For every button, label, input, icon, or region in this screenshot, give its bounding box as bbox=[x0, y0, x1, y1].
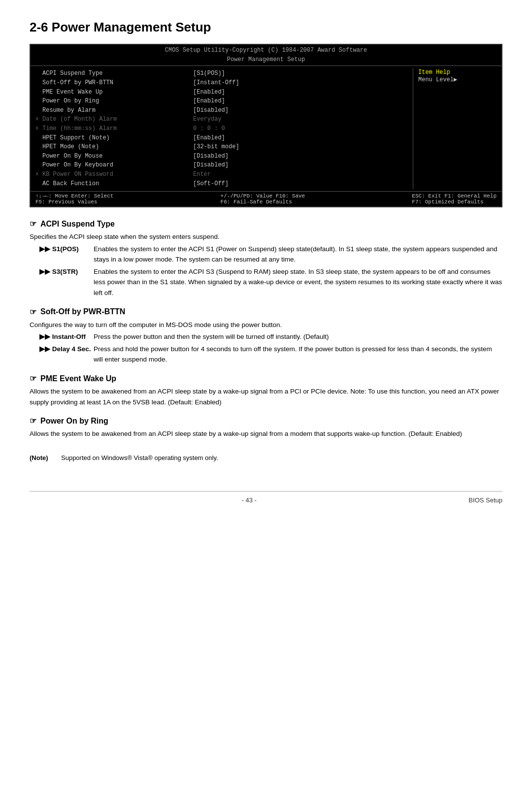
bios-row-label-4: Resume by Alarm bbox=[42, 106, 183, 115]
bios-row-mid-4: [Disabled] bbox=[193, 106, 408, 115]
section-title-acpi: ☞ACPI Suspend Type bbox=[30, 219, 502, 229]
bios-row-mid-3: [Enabled] bbox=[193, 97, 408, 106]
section-pme: ☞PME Event Wake UpAllows the system to b… bbox=[30, 374, 502, 407]
section-icon-softoff: ☞ bbox=[30, 307, 36, 317]
bios-row-left-10: Power On By Keyboard bbox=[35, 161, 183, 170]
bios-row-x-1 bbox=[35, 78, 42, 88]
bios-footer-line1-left: ↑↓→←: Move Enter: Select bbox=[35, 193, 113, 199]
bios-row-left-2: PME Event Wake Up bbox=[35, 88, 183, 97]
bios-row-mid-5: Everyday bbox=[193, 115, 408, 124]
section-desc-softoff: Configures the way to turn off the compu… bbox=[30, 320, 502, 330]
bios-row-mid-2: [Enabled] bbox=[193, 88, 408, 97]
sub-item-softoff-1: ▶▶ Delay 4 Sec.Press and hold the power … bbox=[39, 344, 502, 365]
bios-row-x-3 bbox=[35, 97, 42, 106]
sub-desc-softoff-0: Press the power button and then the syst… bbox=[94, 331, 502, 342]
bios-row-left-7: HPET Support (Note) bbox=[35, 133, 183, 143]
section-softoff: ☞Soft-Off by PWR-BTTNConfigures the way … bbox=[30, 307, 502, 365]
bios-header: CMOS Setup Utility-Copyright (C) 1984-20… bbox=[31, 45, 501, 66]
bios-row-label-11: KB Power ON Password bbox=[42, 170, 183, 179]
bios-footer-line1-mid: +/-/PU/PD: Value F10: Save bbox=[221, 193, 305, 199]
bios-row-x-4 bbox=[35, 106, 42, 115]
section-desc-acpi: Specifies the ACPI sleep state when the … bbox=[30, 231, 502, 242]
section-title-text-softoff: Soft-Off by PWR-BTTN bbox=[40, 307, 125, 316]
bios-row-x-12 bbox=[35, 179, 42, 189]
section-body-softoff: Configures the way to turn off the compu… bbox=[30, 320, 502, 365]
note-section: (Note) Supported on Windows® Vista® oper… bbox=[30, 454, 502, 461]
bios-footer-line2-left: F5: Previous Values bbox=[35, 199, 113, 205]
bios-row-left-9: Power On By Mouse bbox=[35, 152, 183, 161]
bios-row-x-7 bbox=[35, 133, 42, 143]
menu-level: Menu Level▶ bbox=[418, 76, 497, 83]
page-footer: - 43 - BIOS Setup bbox=[30, 491, 502, 504]
bios-row-value-7: [Enabled] bbox=[193, 133, 225, 143]
note-label: (Note) bbox=[30, 454, 54, 461]
sub-label-softoff-1: ▶▶ Delay 4 Sec. bbox=[39, 344, 94, 365]
section-body-pme: Allows the system to be awakened from an… bbox=[30, 386, 502, 407]
bios-row-left-1: Soft-Off by PWR-BTTN bbox=[35, 78, 183, 88]
bios-row-x-10 bbox=[35, 161, 42, 170]
section-icon-acpi: ☞ bbox=[30, 219, 36, 229]
bios-footer: ↑↓→←: Move Enter: Select F5: Previous Va… bbox=[31, 191, 501, 206]
bios-row-value-1: [Instant-Off] bbox=[193, 78, 239, 88]
bios-row-x-5: x bbox=[35, 115, 42, 124]
bios-row-mid-12: [Soft-Off] bbox=[193, 179, 408, 189]
section-icon-ring: ☞ bbox=[30, 416, 36, 426]
bios-row-value-3: [Enabled] bbox=[193, 97, 225, 106]
page-title: 2-6 Power Management Setup bbox=[30, 20, 502, 35]
bios-left-panel: ACPI Suspend TypeSoft-Off by PWR-BTTNPME… bbox=[31, 68, 188, 189]
bios-row-label-1: Soft-Off by PWR-BTTN bbox=[42, 78, 183, 88]
bios-row-value-0: [S1(POS)] bbox=[193, 69, 225, 78]
sub-item-acpi-1: ▶▶ S3(STR)Enables the system to enter th… bbox=[39, 266, 502, 298]
bios-row-mid-11: Enter bbox=[193, 170, 408, 179]
section-ring: ☞Power On by RingAllows the system to be… bbox=[30, 416, 502, 439]
bios-row-left-3: Power On by Ring bbox=[35, 97, 183, 106]
bios-row-label-0: ACPI Suspend Type bbox=[42, 69, 183, 78]
bios-row-mid-1: [Instant-Off] bbox=[193, 78, 408, 88]
bios-row-x-8 bbox=[35, 142, 42, 152]
footer-page-number: - 43 - bbox=[242, 496, 257, 504]
bios-row-left-11: xKB Power ON Password bbox=[35, 170, 183, 179]
section-title-ring: ☞Power On by Ring bbox=[30, 416, 502, 426]
bios-row-mid-8: [32-bit mode] bbox=[193, 142, 408, 152]
bios-row-mid-10: [Disabled] bbox=[193, 161, 408, 170]
section-title-text-pme: PME Event Wake Up bbox=[40, 374, 116, 383]
bios-row-left-6: xTime (hh:mm:ss) Alarm bbox=[35, 124, 183, 133]
section-desc-pme: Allows the system to be awakened from an… bbox=[30, 386, 502, 407]
bios-footer-line2-mid: F6: Fail-Safe Defaults bbox=[221, 199, 305, 205]
bios-row-mid-9: [Disabled] bbox=[193, 152, 408, 161]
section-body-ring: Allows the system to be awakened from an… bbox=[30, 428, 502, 439]
bios-row-left-5: xDate (of Month) Alarm bbox=[35, 115, 183, 124]
bios-row-value-5: Everyday bbox=[193, 115, 222, 124]
bios-row-x-2 bbox=[35, 88, 42, 97]
bios-row-x-0 bbox=[35, 69, 42, 78]
sub-label-acpi-0: ▶▶ S1(POS) bbox=[39, 244, 94, 265]
bios-row-mid-0: [S1(POS)] bbox=[193, 69, 408, 78]
bios-row-label-10: Power On By Keyboard bbox=[42, 161, 183, 170]
sub-desc-softoff-1: Press and hold the power button for 4 se… bbox=[94, 344, 502, 365]
bios-row-value-9: [Disabled] bbox=[193, 152, 229, 161]
bios-row-value-6: 0 : 0 : 0 bbox=[193, 124, 225, 133]
section-icon-pme: ☞ bbox=[30, 374, 36, 383]
bios-row-left-0: ACPI Suspend Type bbox=[35, 69, 183, 78]
section-desc-ring: Allows the system to be awakened from an… bbox=[30, 428, 502, 439]
bios-header-line2: Power Management Setup bbox=[31, 55, 501, 65]
bios-footer-line1-right: ESC: Exit F1: General Help bbox=[412, 193, 497, 199]
footer-right-text: BIOS Setup bbox=[468, 496, 502, 504]
bios-row-x-6: x bbox=[35, 124, 42, 133]
bios-row-x-11: x bbox=[35, 170, 42, 179]
bios-middle-panel: [S1(POS)][Instant-Off][Enabled][Enabled]… bbox=[188, 68, 413, 189]
note-text: Supported on Windows® Vista® operating s… bbox=[61, 454, 218, 461]
section-title-text-acpi: ACPI Suspend Type bbox=[40, 220, 115, 229]
bios-row-value-11: Enter bbox=[193, 170, 211, 179]
sub-desc-acpi-1: Enables the system to enter the ACPI S3 … bbox=[94, 266, 502, 298]
bios-row-label-12: AC Back Function bbox=[42, 179, 183, 189]
item-help-title: Item Help bbox=[418, 69, 497, 76]
bios-row-label-3: Power On by Ring bbox=[42, 97, 183, 106]
bios-row-value-4: [Disabled] bbox=[193, 106, 229, 115]
bios-row-value-2: [Enabled] bbox=[193, 88, 225, 97]
sub-desc-acpi-0: Enables the system to enter the ACPI S1 … bbox=[94, 244, 502, 265]
sub-item-softoff-0: ▶▶ Instant-OffPress the power button and… bbox=[39, 331, 502, 342]
sections-container: ☞ACPI Suspend TypeSpecifies the ACPI sle… bbox=[30, 219, 502, 439]
bios-right-panel: Item Help Menu Level▶ bbox=[413, 68, 501, 189]
bios-setup-box: CMOS Setup Utility-Copyright (C) 1984-20… bbox=[30, 44, 502, 207]
